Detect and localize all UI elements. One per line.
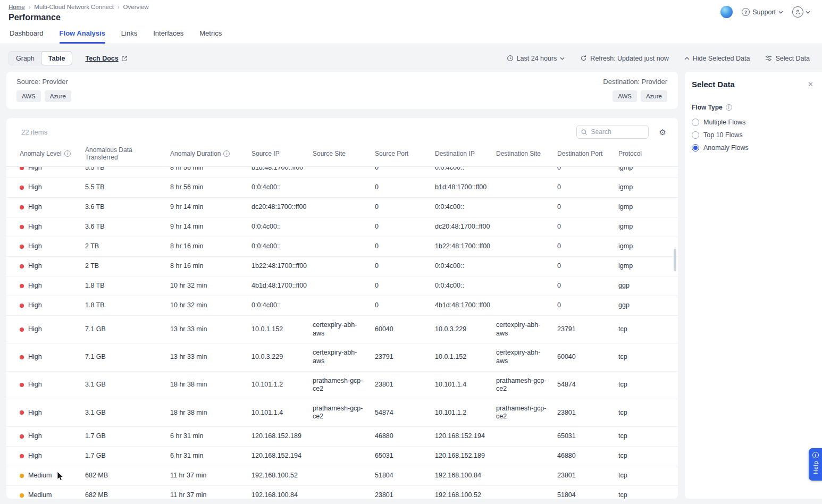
table-row[interactable]: High 5.5 TB 8 hr 56 min 0:0:4c00:: 0 b1d… bbox=[6, 178, 678, 198]
source-port-cell: 0 bbox=[375, 282, 435, 290]
tab-bar: Dashboard Flow Analysis Links Interfaces… bbox=[0, 22, 822, 44]
anomaly-level-cell: High bbox=[20, 353, 85, 362]
table-row[interactable]: High 1.7 GB 6 hr 31 min 120.168.152.194 … bbox=[6, 447, 678, 466]
table-scrollbar-thumb[interactable] bbox=[674, 249, 676, 271]
source-site-cell bbox=[313, 490, 375, 499]
column-label: Anomaly Duration bbox=[170, 150, 221, 157]
source-site-cell bbox=[313, 241, 375, 252]
toolbar-left: Graph Table Tech Docs bbox=[9, 51, 128, 65]
source-site-cell bbox=[313, 167, 375, 173]
flow-type-header: Flow Type i bbox=[692, 104, 813, 111]
info-icon[interactable]: i bbox=[64, 150, 71, 157]
help-label: Help bbox=[812, 461, 819, 474]
flows-table-panel: 22 items ⚙ Anomaly Leveli Anomalous Data… bbox=[6, 118, 678, 499]
destination-port-cell: 0 bbox=[557, 282, 618, 290]
table-row[interactable]: High 2 TB 8 hr 16 min 1b22:48:1700::ff00… bbox=[6, 257, 678, 276]
table-row[interactable]: High 7.1 GB 13 hr 33 min 10.0.3.229 cert… bbox=[6, 343, 678, 371]
table-row[interactable]: High 1.7 GB 6 hr 31 min 120.168.152.189 … bbox=[6, 427, 678, 447]
tab-interfaces[interactable]: Interfaces bbox=[153, 22, 183, 44]
duration-cell: 6 hr 31 min bbox=[170, 452, 251, 460]
chevron-down-icon bbox=[778, 11, 783, 14]
source-chip-aws[interactable]: AWS bbox=[16, 90, 41, 102]
column-label: Anomalous Data Transferred bbox=[85, 146, 166, 161]
anomaly-level-cell: High bbox=[20, 409, 85, 417]
source-ip-cell: 10.101.1.4 bbox=[251, 409, 313, 417]
source-provider-filter: Source: Provider AWS Azure bbox=[16, 78, 71, 102]
user-menu[interactable] bbox=[792, 6, 810, 18]
tab-metrics[interactable]: Metrics bbox=[199, 22, 222, 44]
destination-chip-azure[interactable]: Azure bbox=[641, 90, 667, 102]
duration-cell: 6 hr 31 min bbox=[170, 432, 251, 441]
source-port-cell: 0 bbox=[375, 183, 435, 192]
source-site-cell: prathamesh-gcp-ce2 bbox=[313, 372, 375, 399]
table-row[interactable]: Medium 682 MB 11 hr 37 min 192.168.100.5… bbox=[6, 466, 678, 486]
refresh-button[interactable]: Refresh: Updated just now bbox=[580, 55, 668, 62]
source-chip-azure[interactable]: Azure bbox=[45, 90, 71, 102]
breadcrumb-section[interactable]: Multi-Cloud Network Connect bbox=[34, 4, 114, 10]
duration-cell: 8 hr 16 min bbox=[170, 242, 251, 251]
radio-anomaly-flows[interactable]: Anomaly Flows bbox=[692, 144, 813, 152]
table-row[interactable]: High 7.1 GB 13 hr 33 min 10.0.1.152 cert… bbox=[6, 316, 678, 343]
tab-label: Dashboard bbox=[10, 29, 44, 37]
destination-site-cell bbox=[496, 451, 557, 461]
flow-type-options: Multiple Flows Top 10 Flows Anomaly Flow… bbox=[692, 119, 813, 152]
time-range-dropdown[interactable]: Last 24 hours bbox=[507, 55, 565, 62]
support-menu[interactable]: ? Support bbox=[742, 8, 783, 16]
breadcrumb-home[interactable]: Home bbox=[9, 4, 25, 10]
protocol-cell: ggp bbox=[618, 301, 678, 310]
anomaly-level-cell: High bbox=[20, 282, 85, 290]
destination-site-cell bbox=[496, 222, 557, 232]
table-row[interactable]: High 5.5 TB 8 hr 56 min b1d:48:1700::ff0… bbox=[6, 167, 678, 178]
radio-top-10-flows[interactable]: Top 10 Flows bbox=[692, 131, 813, 139]
graph-view-button[interactable]: Graph bbox=[9, 51, 42, 65]
tab-links[interactable]: Links bbox=[121, 22, 137, 44]
breadcrumb-current: Overview bbox=[123, 4, 149, 10]
anomaly-level-cell: High bbox=[20, 183, 85, 192]
info-icon[interactable]: i bbox=[726, 104, 732, 111]
table-row[interactable]: High 2 TB 8 hr 16 min 0:0:4c00:: 0 1b22:… bbox=[6, 237, 678, 257]
top-header-left: Home › Multi-Cloud Network Connect › Ove… bbox=[9, 4, 149, 22]
table-row[interactable]: High 1.8 TB 10 hr 32 min 0:0:4c00:: 0 4b… bbox=[6, 296, 678, 316]
table-top-bar: 22 items ⚙ bbox=[6, 118, 678, 144]
anomaly-level-dot bbox=[20, 245, 24, 249]
anomaly-level-dot bbox=[20, 434, 24, 439]
tab-dashboard[interactable]: Dashboard bbox=[10, 22, 44, 44]
tech-docs-link[interactable]: Tech Docs bbox=[85, 55, 127, 62]
duration-cell: 9 hr 14 min bbox=[170, 223, 251, 231]
tab-label: Flow Analysis bbox=[60, 29, 105, 37]
table-view-button[interactable]: Table bbox=[41, 51, 73, 65]
breadcrumb-separator: › bbox=[118, 4, 120, 10]
source-ip-cell: b1d:48:1700::ff00 bbox=[251, 167, 313, 172]
table-row[interactable]: High 3.1 GB 18 hr 38 min 10.101.1.2 prat… bbox=[6, 372, 678, 399]
destination-ip-cell: 10.101.1.4 bbox=[435, 381, 496, 389]
data-transferred-cell: 682 MB bbox=[85, 491, 170, 499]
table-row[interactable]: High 3.1 GB 18 hr 38 min 10.101.1.4 prat… bbox=[6, 399, 678, 427]
source-ip-cell: 0:0:4c00:: bbox=[251, 223, 313, 231]
table-row[interactable]: High 1.8 TB 10 hr 32 min 4b1d:48:1700::f… bbox=[6, 276, 678, 296]
close-icon[interactable]: ✕ bbox=[808, 80, 813, 88]
table-row[interactable]: High 3.6 TB 9 hr 14 min 0:0:4c00:: 0 dc2… bbox=[6, 217, 678, 237]
sliders-icon bbox=[765, 55, 772, 62]
radio-multiple-flows[interactable]: Multiple Flows bbox=[692, 119, 813, 126]
column-label: Destination Port bbox=[557, 150, 602, 157]
destination-chip-aws[interactable]: AWS bbox=[613, 90, 637, 102]
anomaly-level-dot bbox=[20, 410, 24, 415]
hide-selected-data-button[interactable]: Hide Selected Data bbox=[684, 55, 750, 62]
help-tab[interactable]: i Help bbox=[809, 448, 822, 481]
duration-cell: 13 hr 33 min bbox=[170, 353, 251, 362]
anomaly-level-cell: High bbox=[20, 325, 85, 334]
anomaly-level-cell: High bbox=[20, 262, 85, 271]
protocol-cell: igmp bbox=[618, 262, 678, 271]
info-icon[interactable]: i bbox=[223, 150, 230, 157]
table-row[interactable]: Medium 682 MB 11 hr 37 min 192.168.100.8… bbox=[6, 486, 678, 499]
tab-flow-analysis[interactable]: Flow Analysis bbox=[60, 22, 105, 44]
table-row[interactable]: High 3.6 TB 9 hr 14 min dc20:48:1700::ff… bbox=[6, 198, 678, 217]
source-ip-cell: 10.101.1.2 bbox=[251, 381, 313, 389]
toolbar-right: Last 24 hours Refresh: Updated just now … bbox=[507, 55, 810, 62]
destination-site-cell: prathamesh-gcp-ce2 bbox=[496, 399, 557, 426]
page-title: Performance bbox=[9, 13, 149, 22]
radio-label: Top 10 Flows bbox=[703, 131, 743, 139]
column-header-source-ip: Source IP bbox=[251, 150, 313, 157]
select-data-button[interactable]: Select Data bbox=[765, 55, 810, 62]
table-settings-gear-icon[interactable]: ⚙ bbox=[659, 128, 666, 136]
